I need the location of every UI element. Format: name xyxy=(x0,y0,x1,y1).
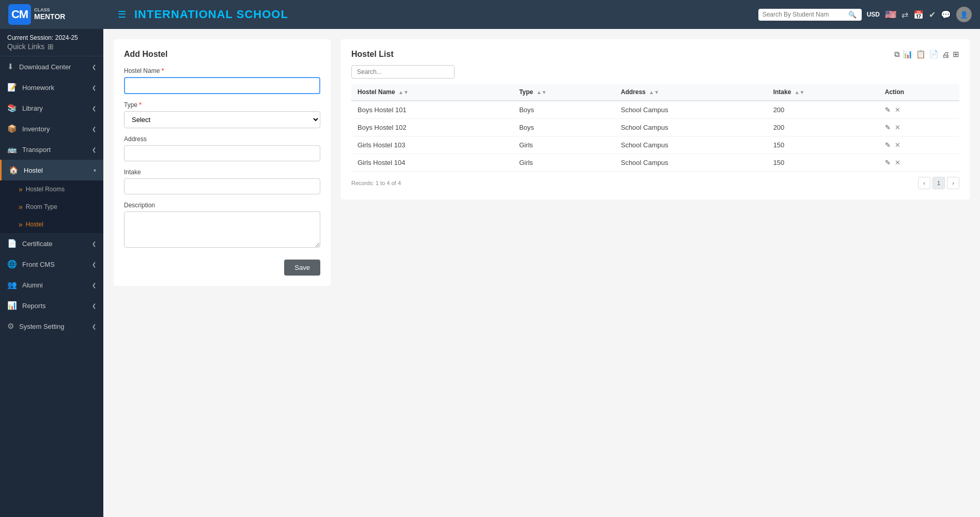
sidebar-sub-room-type[interactable]: » Room Type xyxy=(0,198,103,216)
sidebar-item-alumni[interactable]: 👥 Alumni ❮ xyxy=(0,275,103,295)
cell-action: ✎ ✕ xyxy=(879,119,959,136)
hostel-name-group: Hostel Name * xyxy=(124,67,320,94)
tasks-icon[interactable]: ✔ xyxy=(929,10,936,20)
delete-button[interactable]: ✕ xyxy=(895,124,900,131)
room-type-label: Room Type xyxy=(26,203,57,210)
session-text: Current Session: 2024-25 xyxy=(7,34,96,41)
quick-links-label: Quick Links xyxy=(7,42,44,51)
col-action: Action xyxy=(879,84,959,101)
alumni-icon: 👥 xyxy=(7,280,17,290)
pdf-icon[interactable]: 📄 xyxy=(929,50,939,59)
chevron-icon: ❮ xyxy=(92,262,96,267)
address-input[interactable] xyxy=(124,145,320,161)
search-icon: 🔍 xyxy=(848,11,857,19)
whatsapp-icon[interactable]: 💬 xyxy=(941,10,951,20)
homework-icon: 📝 xyxy=(7,83,17,92)
chevron-icon: ❮ xyxy=(92,85,96,90)
system-setting-icon: ⚙ xyxy=(7,322,14,331)
certificate-icon: 📄 xyxy=(7,239,17,248)
sidebar-label-certificate: Certificate xyxy=(22,240,53,248)
list-header: Hostel List ⧉ 📊 📋 📄 🖨 ⊞ xyxy=(351,50,959,59)
sidebar-sub-hostel-rooms[interactable]: » Hostel Rooms xyxy=(0,180,103,198)
transfer-icon[interactable]: ⇄ xyxy=(901,10,908,20)
sidebar-item-library[interactable]: 📚 Library ❮ xyxy=(0,98,103,118)
intake-group: Intake xyxy=(124,169,320,194)
current-page[interactable]: 1 xyxy=(932,177,945,189)
copy-icon[interactable]: ⧉ xyxy=(894,50,900,59)
student-search-input[interactable] xyxy=(763,11,845,18)
save-button[interactable]: Save xyxy=(284,260,320,276)
cell-action: ✎ ✕ xyxy=(879,136,959,154)
quick-links[interactable]: Quick Links ⊞ xyxy=(7,42,96,51)
sidebar-item-transport[interactable]: 🚌 Transport ❮ xyxy=(0,139,103,160)
user-avatar[interactable]: 👤 xyxy=(956,7,972,22)
add-hostel-title: Add Hostel xyxy=(124,50,320,59)
inventory-icon: 📦 xyxy=(7,124,17,133)
chevron-icon: ❮ xyxy=(92,241,96,247)
sidebar-label-alumni: Alumni xyxy=(22,281,43,289)
sidebar-item-front-cms[interactable]: 🌐 Front CMS ❮ xyxy=(0,254,103,275)
sidebar-item-hostel[interactable]: 🏠 Hostel ▾ xyxy=(0,160,103,180)
edit-button[interactable]: ✎ xyxy=(885,124,891,131)
table-row: Girls Hostel 104 Girls School Campus 150… xyxy=(351,154,959,172)
intake-label: Intake xyxy=(124,169,320,176)
next-page-button[interactable]: › xyxy=(947,177,959,189)
cell-address: School Campus xyxy=(615,119,767,136)
currency-display: USD xyxy=(867,11,880,18)
sidebar-label-hostel: Hostel xyxy=(24,166,43,174)
sidebar-item-certificate[interactable]: 📄 Certificate ❮ xyxy=(0,233,103,254)
delete-button[interactable]: ✕ xyxy=(895,159,900,166)
student-search-box[interactable]: 🔍 xyxy=(758,9,862,21)
hostel-name-label: Hostel Name * xyxy=(124,67,320,74)
print-icon[interactable]: 🖨 xyxy=(942,50,950,59)
col-type[interactable]: Type ▲▼ xyxy=(513,84,615,101)
cell-address: School Campus xyxy=(615,136,767,154)
list-search-input[interactable] xyxy=(351,65,455,79)
edit-button[interactable]: ✎ xyxy=(885,159,891,166)
prev-page-button[interactable]: ‹ xyxy=(918,177,930,189)
logo-text: CLASS MENTOR xyxy=(34,8,65,21)
calendar-icon[interactable]: 📅 xyxy=(913,10,924,20)
cell-type: Girls xyxy=(513,154,615,172)
cell-type: Boys xyxy=(513,119,615,136)
hostel-icon: 🏠 xyxy=(9,165,19,175)
col-intake[interactable]: Intake ▲▼ xyxy=(767,84,879,101)
cell-hostel-name: Boys Hostel 101 xyxy=(351,101,513,119)
edit-button[interactable]: ✎ xyxy=(885,106,891,114)
chevron-icon: ❮ xyxy=(92,303,96,309)
cell-intake: 150 xyxy=(767,136,879,154)
records-count: Records: 1 to 4 of 4 xyxy=(351,180,401,186)
hostel-name-input[interactable] xyxy=(124,77,320,94)
sidebar-item-homework[interactable]: 📝 Homework ❮ xyxy=(0,77,103,98)
sidebar-label-library: Library xyxy=(22,104,43,112)
cell-type: Boys xyxy=(513,101,615,119)
description-label: Description xyxy=(124,202,320,209)
description-textarea[interactable] xyxy=(124,211,320,248)
col-hostel-name[interactable]: Hostel Name ▲▼ xyxy=(351,84,513,101)
table-row: Girls Hostel 103 Girls School Campus 150… xyxy=(351,136,959,154)
hostel-sub-label: Hostel xyxy=(26,221,43,228)
hostel-list-panel: Hostel List ⧉ 📊 📋 📄 🖨 ⊞ Hostel Name xyxy=(341,39,970,200)
sidebar-sub-hostel[interactable]: » Hostel xyxy=(0,216,103,233)
type-select[interactable]: Select Boys Girls xyxy=(124,111,320,128)
delete-button[interactable]: ✕ xyxy=(895,106,900,114)
intake-input[interactable] xyxy=(124,178,320,194)
delete-button[interactable]: ✕ xyxy=(895,141,900,149)
cell-action: ✎ ✕ xyxy=(879,101,959,119)
sidebar-item-reports[interactable]: 📊 Reports ❮ xyxy=(0,295,103,316)
type-group: Type * Select Boys Girls xyxy=(124,101,320,128)
sidebar-item-inventory[interactable]: 📦 Inventory ❮ xyxy=(0,118,103,139)
address-label: Address xyxy=(124,135,320,143)
sidebar: Current Session: 2024-25 Quick Links ⊞ ⬇… xyxy=(0,29,103,517)
col-address[interactable]: Address ▲▼ xyxy=(615,84,767,101)
hostel-table: Hostel Name ▲▼ Type ▲▼ Address ▲▼ Inta xyxy=(351,84,959,172)
hamburger-button[interactable]: ☰ xyxy=(118,9,126,20)
excel-icon[interactable]: 📊 xyxy=(903,50,913,59)
edit-button[interactable]: ✎ xyxy=(885,141,891,149)
reports-icon: 📊 xyxy=(7,301,17,310)
csv-icon[interactable]: 📋 xyxy=(916,50,926,59)
sidebar-item-download-center[interactable]: ⬇ Download Center ❮ xyxy=(0,56,103,77)
chevron-down-icon: ▾ xyxy=(94,168,96,173)
columns-icon[interactable]: ⊞ xyxy=(953,50,959,59)
sidebar-item-system-setting[interactable]: ⚙ System Setting ❮ xyxy=(0,316,103,337)
